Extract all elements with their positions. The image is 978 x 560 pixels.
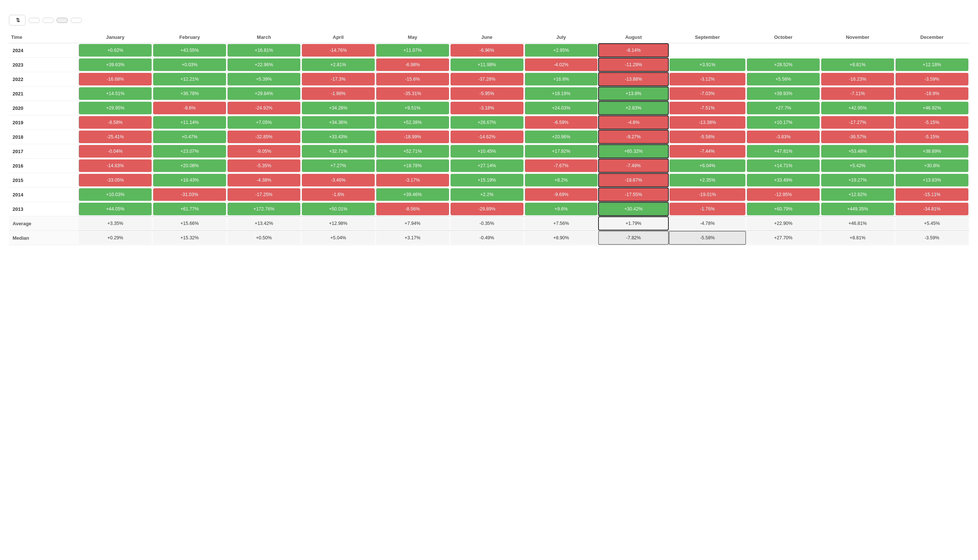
average-value-cell: -0.35% <box>450 217 524 231</box>
col-november: November <box>820 32 895 43</box>
col-january: January <box>78 32 152 43</box>
value-cell: +52.71% <box>375 144 450 159</box>
value-cell: +16.81% <box>227 43 301 58</box>
value-cell: +39.93% <box>746 87 820 101</box>
average-value-cell: +13.42% <box>227 217 301 231</box>
value-cell: +13.83% <box>895 173 969 188</box>
value-cell: +5.56% <box>746 72 820 87</box>
value-cell: +20.08% <box>152 159 227 173</box>
value-cell: -18.67% <box>598 173 668 188</box>
value-cell: -6.98% <box>375 58 450 72</box>
value-cell: -3.59% <box>895 72 969 87</box>
year-cell: 2022 <box>9 72 78 87</box>
value-cell: -17.3% <box>301 72 375 87</box>
value-cell: -0.04% <box>78 144 152 159</box>
value-cell <box>669 43 746 58</box>
value-cell: -1.6% <box>301 188 375 202</box>
value-cell: +9.51% <box>375 101 450 115</box>
returns-table: TimeJanuaryFebruaryMarchAprilMayJuneJuly… <box>9 32 969 245</box>
year-cell: 2015 <box>9 173 78 188</box>
table-row: 2014+10.03%-31.03%-17.25%-1.6%+39.46%+2.… <box>9 188 969 202</box>
value-cell: +2.81% <box>301 58 375 72</box>
median-value-cell: -5.58% <box>669 231 746 245</box>
value-cell: -9.27% <box>598 130 668 144</box>
value-cell: +29.95% <box>78 101 152 115</box>
value-cell: -7.44% <box>669 144 746 159</box>
value-cell: -32.85% <box>227 130 301 144</box>
value-cell: -18.99% <box>375 130 450 144</box>
value-cell: -15.11% <box>895 188 969 202</box>
value-cell: +34.26% <box>301 101 375 115</box>
value-cell: +12.82% <box>820 188 895 202</box>
value-cell: -17.27% <box>820 115 895 130</box>
value-cell: -5.15% <box>895 115 969 130</box>
median-value-cell: -0.49% <box>450 231 524 245</box>
year-cell: 2020 <box>9 101 78 115</box>
value-cell: +33.43% <box>301 130 375 144</box>
value-cell: -5.58% <box>669 130 746 144</box>
value-cell: -33.05% <box>78 173 152 188</box>
year-cell: 2017 <box>9 144 78 159</box>
table-row: 2020+29.95%-8.6%-24.92%+34.26%+9.51%-3.1… <box>9 101 969 115</box>
value-cell: +13.8% <box>598 87 668 101</box>
asset-selector[interactable]: ⇅ <box>9 15 25 25</box>
value-cell: -37.28% <box>450 72 524 87</box>
value-cell: -25.41% <box>78 130 152 144</box>
value-cell: +14.51% <box>78 87 152 101</box>
year-cell: 2016 <box>9 159 78 173</box>
daily-returns-btn[interactable] <box>28 18 40 23</box>
median-label: Median <box>9 231 78 245</box>
value-cell: +28.52% <box>746 58 820 72</box>
weekly-returns-btn[interactable] <box>43 18 53 23</box>
monthly-returns-btn[interactable] <box>57 18 68 23</box>
col-july: July <box>524 32 598 43</box>
value-cell: -14.76% <box>301 43 375 58</box>
value-cell: +44.05% <box>78 202 152 217</box>
value-cell: +172.76% <box>227 202 301 217</box>
value-cell: -6.96% <box>450 43 524 58</box>
median-value-cell: -3.59% <box>895 231 969 245</box>
table-row: 2018-25.41%+0.47%-32.85%+33.43%-18.99%-1… <box>9 130 969 144</box>
average-value-cell: +22.90% <box>746 217 820 231</box>
year-cell: 2024 <box>9 43 78 58</box>
value-cell: +27.14% <box>450 159 524 173</box>
col-april: April <box>301 32 375 43</box>
value-cell: +53.48% <box>820 144 895 159</box>
median-value-cell: +15.32% <box>152 231 227 245</box>
value-cell: +10.17% <box>746 115 820 130</box>
value-cell: -9.69% <box>524 188 598 202</box>
value-cell: +18.19% <box>524 87 598 101</box>
median-value-cell: -7.82% <box>598 231 668 245</box>
value-cell: +11.07% <box>375 43 450 58</box>
value-cell: +39.46% <box>375 188 450 202</box>
value-cell: -8.14% <box>598 43 668 58</box>
col-june: June <box>450 32 524 43</box>
col-may: May <box>375 32 450 43</box>
table-row: 2022-16.68%+12.21%+5.39%-17.3%-15.6%-37.… <box>9 72 969 87</box>
value-cell: -4.38% <box>227 173 301 188</box>
col-march: March <box>227 32 301 43</box>
average-value-cell: +46.81% <box>820 217 895 231</box>
table-row: 2023+39.63%+0.03%+22.96%+2.81%-6.98%+11.… <box>9 58 969 72</box>
value-cell: +20.96% <box>524 130 598 144</box>
value-cell: -7.49% <box>598 159 668 173</box>
value-cell: +36.78% <box>152 87 227 101</box>
value-cell: -17.55% <box>598 188 668 202</box>
value-cell: +0.03% <box>152 58 227 72</box>
value-cell: -34.81% <box>895 202 969 217</box>
value-cell: -24.92% <box>227 101 301 115</box>
quarterly-returns-btn[interactable] <box>71 18 82 23</box>
value-cell: +38.89% <box>895 144 969 159</box>
value-cell: +3.91% <box>669 58 746 72</box>
median-value-cell: +0.29% <box>78 231 152 245</box>
value-cell: +2.2% <box>450 188 524 202</box>
value-cell: -13.38% <box>669 115 746 130</box>
value-cell: +14.71% <box>746 159 820 173</box>
value-cell: +23.07% <box>152 144 227 159</box>
value-cell: -29.89% <box>450 202 524 217</box>
value-cell: -3.83% <box>746 130 820 144</box>
value-cell: +50.01% <box>301 202 375 217</box>
value-cell: +10.03% <box>78 188 152 202</box>
value-cell: +15.19% <box>450 173 524 188</box>
median-value-cell: +8.81% <box>820 231 895 245</box>
